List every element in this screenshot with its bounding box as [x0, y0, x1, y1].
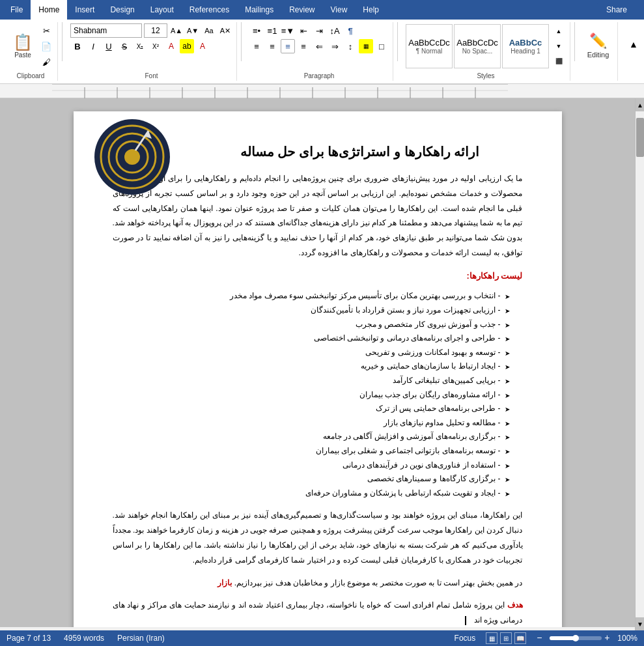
- tab-layout[interactable]: Layout: [143, 0, 182, 20]
- share-button[interactable]: Share: [597, 2, 636, 18]
- zoom-slider-thumb[interactable]: [572, 635, 579, 641]
- tab-references[interactable]: References: [182, 0, 237, 20]
- styles-label: Styles: [477, 72, 494, 79]
- font-group: A▲ A▼ Aa A✕ B I U S̶ X₂ X² A ab A: [66, 22, 237, 81]
- list-item: - انتخاب و بررسی بهترین مکان برای تأسیس …: [113, 289, 510, 303]
- zoom-controls: − + 100%: [537, 633, 637, 643]
- tab-review[interactable]: Review: [281, 0, 322, 20]
- styles-scroll-down[interactable]: ▼: [552, 39, 566, 53]
- tab-row: File Home Insert Design Layout Reference…: [0, 0, 644, 20]
- zoom-in-button[interactable]: +: [604, 633, 615, 643]
- text-effect-button[interactable]: A: [195, 39, 210, 53]
- editing-group: ✏️ Editing: [579, 22, 618, 81]
- scroll-up-button[interactable]: ▲: [636, 98, 644, 111]
- list-item: - ارزیابی تجهیزات مورد نیاز و بستن قرارد…: [113, 303, 510, 318]
- bullets-button[interactable]: ≡•: [249, 23, 264, 38]
- clipboard-group: 📋 Paste ✂ 📄 🖌 Clipboard: [4, 22, 58, 81]
- page-info: Page 7 of 13: [7, 634, 51, 643]
- svg-point-21: [124, 149, 140, 165]
- list-item: - مطالعه و تحلیل مداوم نیازهای بازار: [113, 416, 510, 430]
- document-scrollbar[interactable]: ▲ ▼: [635, 98, 644, 630]
- list-item: - توسعه و بهبود امکانات ورزشی و تفریحی: [113, 346, 510, 360]
- italic-button[interactable]: I: [86, 39, 100, 53]
- zoom-slider[interactable]: [550, 636, 602, 640]
- decrease-indent-button[interactable]: ⇤: [296, 23, 311, 38]
- cut-button[interactable]: ✂: [39, 23, 53, 38]
- rtl-button[interactable]: ⇐: [312, 39, 326, 53]
- strikethrough-button[interactable]: S̶: [117, 39, 132, 53]
- closing3-text: این پروژه شامل تمام افرادی است که خواه ی…: [113, 600, 523, 625]
- increase-indent-button[interactable]: ⇥: [312, 23, 326, 38]
- document-area[interactable]: ارائه راهکارها و استراتژی‌ها برای حل مسا…: [0, 98, 635, 627]
- underline-button[interactable]: U: [102, 39, 116, 53]
- tab-home[interactable]: Home: [31, 0, 67, 20]
- multilevel-button[interactable]: ≡▼: [281, 23, 295, 38]
- document-title: ارائه راهکارها و استراتژی‌ها برای حل مسا…: [113, 144, 523, 160]
- align-right-button[interactable]: ≡: [281, 39, 295, 53]
- clear-format-button[interactable]: A✕: [218, 23, 232, 38]
- sort-button[interactable]: ↕A: [328, 23, 342, 38]
- list-item: - ارائه مشاوره‌های رایگان برای جذب بیمار…: [113, 388, 510, 402]
- change-case-button[interactable]: Aa: [202, 23, 216, 38]
- ribbon: 📋 Paste ✂ 📄 🖌 Clipboard: [0, 20, 644, 98]
- print-layout-button[interactable]: ▦: [486, 632, 497, 644]
- content-row: ارائه راهکارها و استراتژی‌ها برای حل مسا…: [0, 98, 644, 630]
- svg-rect-1: [52, 84, 508, 85]
- web-layout-button[interactable]: ⊞: [500, 632, 512, 644]
- shading-button[interactable]: ▦: [359, 39, 373, 53]
- increase-font-button[interactable]: A▲: [169, 23, 184, 38]
- tab-insert[interactable]: Insert: [67, 0, 102, 20]
- paste-icon: 📋: [13, 35, 33, 50]
- paste-button[interactable]: 📋 Paste: [8, 32, 38, 61]
- align-left-button[interactable]: ≡: [249, 39, 264, 53]
- format-painter-button[interactable]: 🖌: [39, 55, 53, 69]
- paragraph-group: ≡• ≡1 ≡▼ ⇤ ⇥ ↕A ¶ ≡ ≡ ≡ ≡ ⇐ ⇒: [245, 22, 393, 81]
- list-item: - طراحی برنامه‌های حمایتی پس از ترک: [113, 402, 510, 416]
- border-button[interactable]: □: [374, 39, 389, 53]
- font-name-input[interactable]: [70, 23, 142, 38]
- show-hide-button[interactable]: ¶: [343, 23, 357, 38]
- tab-design[interactable]: Design: [102, 0, 142, 20]
- font-color-button[interactable]: A: [164, 39, 178, 53]
- scroll-thumb[interactable]: [636, 118, 644, 157]
- target-image: [87, 118, 171, 203]
- styles-group: AaBbCcDc ¶ Normal AaBbCcDc No Spac... Aa…: [402, 22, 570, 81]
- ruler: [0, 84, 644, 98]
- line-spacing-button[interactable]: ↕: [343, 39, 357, 53]
- format-row: B I U S̶ X₂ X² A ab A: [70, 39, 232, 53]
- scroll-track[interactable]: [636, 111, 644, 617]
- read-mode-button[interactable]: 📖: [514, 632, 526, 644]
- ruler-marks: [52, 84, 508, 98]
- zoom-out-button[interactable]: −: [537, 633, 547, 643]
- copy-button[interactable]: 📄: [39, 39, 53, 53]
- tab-help[interactable]: Help: [355, 0, 387, 20]
- font-size-input[interactable]: [144, 23, 167, 38]
- collapse-ribbon-button[interactable]: ▲: [627, 38, 640, 51]
- list-item: - توسعه برنامه‌های بازتوانی اجتماعی و شغ…: [113, 444, 510, 458]
- section-title: لیست راهکارها:: [113, 268, 523, 285]
- justify-button[interactable]: ≡: [296, 39, 311, 53]
- tab-view[interactable]: View: [323, 0, 356, 20]
- ltr-button[interactable]: ⇒: [328, 39, 342, 53]
- style-normal[interactable]: AaBbCcDc ¶ Normal: [406, 24, 453, 68]
- numbering-button[interactable]: ≡1: [265, 23, 279, 38]
- paragraph-label: Paragraph: [304, 72, 335, 79]
- align-center-button[interactable]: ≡: [265, 39, 279, 53]
- tab-mailings[interactable]: Mailings: [237, 0, 281, 20]
- closing3-bold: هدف: [507, 600, 523, 610]
- scroll-down-button[interactable]: ▼: [636, 617, 644, 630]
- intro-paragraph: ما یک ارزیابی اولیه در مورد پیش‌نیازهای …: [113, 171, 523, 260]
- styles-more[interactable]: ⬛: [552, 54, 566, 68]
- highlight-button[interactable]: ab: [180, 39, 194, 53]
- style-no-spacing[interactable]: AaBbCcDc No Spac...: [454, 24, 501, 68]
- subscript-button[interactable]: X₂: [133, 39, 147, 53]
- style-heading1[interactable]: AaBbCc Heading 1: [502, 24, 549, 68]
- tab-file[interactable]: File: [3, 0, 31, 20]
- styles-scroll-up[interactable]: ▲: [552, 24, 566, 38]
- list-item: - استفاده از فناوری‌های نوین در فرآیندها…: [113, 458, 510, 473]
- list-item: - برپایی کمپین‌های تبلیغاتی کارآمد: [113, 374, 510, 388]
- decrease-font-button[interactable]: A▼: [186, 23, 200, 38]
- bold-button[interactable]: B: [70, 39, 85, 53]
- superscript-button[interactable]: X²: [148, 39, 163, 53]
- focus-label[interactable]: Focus: [455, 634, 476, 643]
